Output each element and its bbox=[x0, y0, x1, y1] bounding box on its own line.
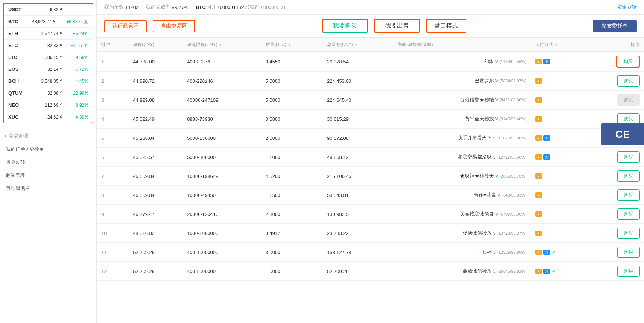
table-header: 排位 单价(CNY) 单笔限额(CNY) ▼ 数量(BTC) ▼ 总金额(CNY… bbox=[97, 38, 644, 52]
merchant-stats: (26546/99.82%) bbox=[497, 269, 526, 273]
sidebar-menu-item[interactable]: 管理黑名单 bbox=[4, 182, 92, 195]
buy-action-button[interactable]: 购买 bbox=[617, 151, 640, 163]
crypto-item-ltc[interactable]: LTC 386.15 ¥ +9.58% bbox=[4, 51, 93, 63]
chart-icon[interactable]: ⊞ bbox=[83, 19, 88, 24]
alipay-icon: 支 bbox=[543, 269, 550, 274]
crypto-item-xuc[interactable]: XUC 24.62 ¥ +4.30% bbox=[4, 111, 93, 123]
crypto-price: 82.83 ¥ bbox=[29, 43, 62, 48]
orders-count: 我的单数 11202 bbox=[104, 4, 139, 10]
sell-button[interactable]: 我要出售 bbox=[374, 19, 420, 33]
qty-cell: 3.0000 bbox=[261, 243, 323, 262]
qty-cell: 1.1500 bbox=[261, 186, 323, 205]
price-cell: 44,929.08 bbox=[129, 91, 183, 110]
buy-action-button[interactable]: 购买 bbox=[617, 208, 640, 220]
merchant-cell: 聂鑫诚信秒放 V (26546/99.82%) bbox=[393, 262, 531, 281]
limit-cell: 20000-120416 bbox=[183, 205, 261, 224]
crypto-item-qtum[interactable]: QTUM 32.08 ¥ +22.99% bbox=[4, 87, 93, 99]
sidebar: USDT 6.82 ¥ -- BTC 43,928.74 ¥ +6.87% ⊞ … bbox=[0, 0, 97, 323]
price-cell: 52,709.26 bbox=[129, 243, 183, 262]
buy-action-button[interactable]: 购买 bbox=[617, 170, 640, 182]
rank-cell: 7 bbox=[97, 167, 129, 186]
merchant-name: 女神 V (12929/99.88%) bbox=[397, 249, 526, 255]
price-cell: 46,559.84 bbox=[129, 186, 183, 205]
sidebar-menu-item[interactable]: 我的订单 / 委托单 bbox=[4, 143, 92, 156]
buy-button[interactable]: 我要购买 bbox=[322, 19, 368, 33]
crypto-change: +8.92% bbox=[62, 103, 88, 108]
buy-action-button[interactable]: 购买 bbox=[617, 228, 640, 239]
sidebar-menu-item[interactable]: 商家管理 bbox=[4, 169, 92, 182]
payment-cell: ■支 bbox=[531, 129, 587, 148]
total-cell: 158,127.78 bbox=[323, 243, 393, 262]
crypto-item-usdt[interactable]: USDT 6.82 ¥ -- bbox=[4, 4, 93, 16]
total-cell: 224,645.40 bbox=[323, 91, 393, 110]
crypto-item-etc[interactable]: ETC 82.83 ¥ +11.51% bbox=[4, 40, 93, 51]
merchant-stats: (11070/99.06%) bbox=[497, 136, 526, 140]
table-row: 4 45,022.49 8888-73930 0.6800 30,615.29 … bbox=[97, 110, 644, 129]
col-limit: 单笔限额(CNY) ▼ bbox=[183, 38, 261, 52]
bank-icon: ■ bbox=[535, 211, 542, 217]
crypto-item-neo[interactable]: NEO 112.69 ¥ +8.92% bbox=[4, 99, 93, 111]
qty-cell: 4.6200 bbox=[261, 167, 323, 186]
rank-cell: 4 bbox=[97, 110, 129, 129]
free-trade-tab[interactable]: 自由交易区 bbox=[153, 20, 195, 32]
crypto-change: +22.99% bbox=[62, 91, 88, 96]
crypto-item-eos[interactable]: EOS 32.14 ¥ +7.72% bbox=[4, 63, 93, 75]
merchant-stats: (6707/99.36%) bbox=[499, 212, 526, 216]
table-row: 10 48,316.82 1000-1000000 0.4912 23,733.… bbox=[97, 224, 644, 243]
limit-cell: 400-10000000 bbox=[183, 243, 261, 262]
buy-action-button[interactable]: 购买 bbox=[617, 189, 640, 201]
crypto-price: 24.62 ¥ bbox=[29, 115, 62, 120]
total-cell: 215,106.46 bbox=[323, 167, 393, 186]
rank-cell: 11 bbox=[97, 243, 129, 262]
merchant-stats: (343/98.83%) bbox=[502, 193, 526, 197]
merchant-cell: 百分信誉★秒结 V (841/100.00%) bbox=[393, 91, 531, 110]
table-row: 6 45,325.57 5000-300000 1.1000 49,858.12… bbox=[97, 148, 644, 167]
buy-action-button[interactable]: 购买 bbox=[617, 75, 640, 87]
merchant-name: 执手并肩看天下 V (11070/99.06%) bbox=[397, 135, 526, 141]
payment-cell: ■支✓ bbox=[531, 243, 587, 262]
market-mode-button[interactable]: 盘口模式 bbox=[426, 19, 466, 33]
crypto-item-eth[interactable]: ETH 1,947.74 ¥ +6.24% bbox=[4, 28, 93, 40]
bank-icon: ■ bbox=[535, 97, 542, 103]
merchant-stats: (2861/99.76%) bbox=[499, 174, 526, 178]
merchant-stats: (1134/99.56%) bbox=[499, 59, 526, 64]
merchant-name: 合作♥共赢 V (343/98.83%) bbox=[397, 192, 526, 198]
qty-cell: 0.4550 bbox=[261, 52, 323, 72]
certified-merchants-tab[interactable]: 认证商家区 bbox=[104, 20, 147, 32]
total-cell: 90,572.08 bbox=[323, 129, 393, 148]
crypto-change: +4.45% bbox=[62, 79, 88, 84]
buy-action-button[interactable]: 购买 bbox=[617, 266, 640, 277]
payment-icons: ■支 bbox=[535, 135, 583, 141]
merchant-stats: (12929/99.88%) bbox=[497, 250, 526, 254]
limit-cell: 400-5000000 bbox=[183, 262, 261, 281]
crypto-price: 112.69 ¥ bbox=[29, 103, 62, 108]
payment-icons: ■支 bbox=[535, 154, 583, 160]
sidebar-menu-item[interactable]: 资金划转 bbox=[4, 156, 92, 169]
bank-icon: ■ bbox=[535, 116, 542, 122]
publish-order-button[interactable]: 发布委托单 bbox=[593, 20, 637, 32]
crypto-item-btc[interactable]: BTC 43,928.74 ¥ +6.87% ⊞ bbox=[4, 16, 93, 28]
rank-cell: 2 bbox=[97, 72, 129, 91]
crypto-name: XUC bbox=[8, 114, 29, 120]
total-cell: 224,453.60 bbox=[323, 72, 393, 91]
merchant-name: 和我交易都发财 V (12727/98.68%) bbox=[397, 154, 526, 160]
payment-icons: ■ bbox=[535, 231, 583, 236]
limit-cell: 400-220146 bbox=[183, 72, 261, 91]
buy-action-button[interactable]: 购买 bbox=[616, 56, 640, 68]
crypto-change: +11.51% bbox=[62, 43, 88, 48]
verify-badge: V bbox=[495, 117, 498, 121]
coin-balance: BTC 可用 0.00001182 / 冻结 0.00000000 bbox=[196, 4, 285, 10]
alipay-icon: 支 bbox=[543, 59, 550, 64]
transfer-link[interactable]: 资金划转 bbox=[617, 4, 637, 10]
verify-badge: V bbox=[495, 79, 498, 83]
buy-action-button[interactable]: 购买 bbox=[617, 247, 640, 258]
payment-icons: ■ bbox=[535, 116, 583, 122]
trade-table-container: 排位 单价(CNY) 单笔限额(CNY) ▼ 数量(BTC) ▼ 总金额(CNY… bbox=[97, 38, 644, 323]
verify-badge: V bbox=[493, 250, 496, 254]
crypto-price: 386.15 ¥ bbox=[29, 55, 62, 60]
crypto-item-bch[interactable]: BCH 3,548.05 ¥ +4.45% bbox=[4, 75, 93, 87]
verify-badge: V bbox=[495, 59, 498, 64]
crypto-price: 43,928.74 ¥ bbox=[29, 19, 55, 24]
col-total: 总金额(CNY) ▼ bbox=[323, 38, 393, 52]
crypto-change: +7.72% bbox=[62, 67, 88, 72]
